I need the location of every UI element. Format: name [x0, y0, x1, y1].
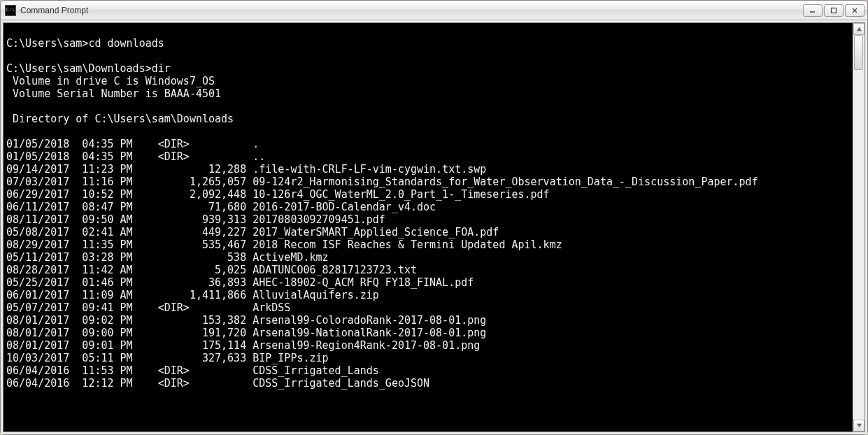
close-button[interactable]	[845, 4, 865, 17]
console-frame: C:\Users\sam>cd downloads C:\Users\sam\D…	[3, 22, 865, 432]
window-title: Command Prompt	[20, 6, 803, 15]
minimize-button[interactable]	[803, 4, 823, 17]
svg-marker-5	[856, 424, 861, 427]
maximize-icon	[830, 7, 837, 14]
maximize-button[interactable]	[824, 4, 844, 17]
chevron-up-icon	[856, 26, 862, 32]
client-area: C:\Users\sam>cd downloads C:\Users\sam\D…	[1, 20, 867, 434]
scroll-down-button[interactable]	[853, 420, 865, 432]
minimize-icon	[809, 7, 816, 14]
cmd-icon	[5, 5, 16, 16]
terminal-output[interactable]: C:\Users\sam>cd downloads C:\Users\sam\D…	[3, 23, 853, 432]
scroll-track[interactable]	[853, 35, 865, 420]
svg-rect-1	[832, 8, 837, 13]
close-icon	[851, 7, 858, 14]
scroll-thumb[interactable]	[854, 35, 863, 70]
vertical-scrollbar[interactable]	[853, 23, 865, 432]
window-controls	[803, 4, 865, 17]
scroll-up-button[interactable]	[853, 23, 865, 35]
titlebar[interactable]: Command Prompt	[1, 1, 867, 20]
svg-marker-4	[856, 27, 861, 31]
chevron-down-icon	[856, 422, 862, 429]
command-prompt-window: Command Prompt C:\Users\sam>cd downloads…	[0, 0, 868, 435]
